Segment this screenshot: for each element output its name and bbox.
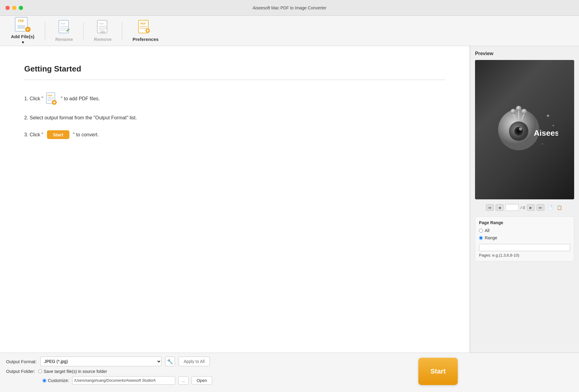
output-format-label: Output Format: <box>6 359 37 364</box>
step3-suffix: " to convert. <box>73 132 99 138</box>
divider <box>24 80 445 80</box>
preview-image: Aiseesoft ✦ ✦ ✦ <box>475 60 574 199</box>
range-label: Range <box>485 235 497 240</box>
svg-point-32 <box>510 109 516 114</box>
open-folder-button[interactable]: Open <box>192 376 212 385</box>
step-1: 1. Click " PDF " to add PDF files. <box>24 92 445 105</box>
svg-text:Aiseesoft: Aiseesoft <box>534 128 558 138</box>
step1-add-icon: PDF <box>46 92 59 105</box>
plus-badge-icon: + <box>25 27 31 32</box>
window-title: Aiseesoft Mac PDF to Image Converter <box>253 5 326 10</box>
copy-page-button[interactable]: 📄 <box>546 204 554 211</box>
page-range-title: Page Range <box>479 220 570 225</box>
rename-icon: PDF <box>56 20 72 35</box>
rename-button[interactable]: PDF Rename <box>51 17 78 44</box>
last-page-button[interactable]: ⏭ <box>537 204 544 211</box>
start-inline-button[interactable]: Start <box>47 130 69 139</box>
all-pages-option[interactable]: All <box>479 228 570 233</box>
save-source-option[interactable]: Save target file(s) in source folder <box>38 369 107 374</box>
range-input[interactable] <box>479 244 570 251</box>
preview-controls: ⏮ ◀ / 0 ▶ ⏭ 📄 📋 <box>475 202 574 213</box>
toolbar-divider-2 <box>83 22 84 40</box>
page-number-input[interactable] <box>505 204 519 211</box>
window-controls[interactable] <box>5 6 23 10</box>
output-format-row: Output Format: JPEG (*.jpg) PNG (*.png) … <box>6 357 573 366</box>
svg-text:✦: ✦ <box>541 143 544 145</box>
add-files-label: Add File(s) <box>11 34 35 39</box>
svg-point-33 <box>516 106 521 111</box>
step-3: 3. Click " Start " to convert. <box>24 130 445 139</box>
add-files-icon: + <box>15 17 31 33</box>
close-button[interactable] <box>5 6 10 10</box>
range-option[interactable]: Range <box>479 235 570 240</box>
all-pages-label: All <box>485 228 490 233</box>
page-range-section: Page Range All Range Pages: e.g.(1,3,6,8… <box>475 216 574 261</box>
save-source-radio[interactable] <box>38 369 42 373</box>
customize-option[interactable]: Customize: <box>42 378 69 383</box>
more-button[interactable]: ... <box>178 376 189 385</box>
title-bar: Aiseesoft Mac PDF to Image Converter <box>0 0 579 16</box>
preferences-button[interactable]: PDF Preferences <box>128 17 163 44</box>
apply-all-button[interactable]: Apply to All <box>179 357 210 366</box>
page-total: / 0 <box>520 205 525 210</box>
step1-text: 1. Click " <box>24 96 43 101</box>
svg-point-34 <box>521 109 527 114</box>
svg-text:✦: ✦ <box>546 113 550 118</box>
step1-suffix: " to add PDF files. <box>61 96 100 101</box>
output-format-select[interactable]: JPEG (*.jpg) PNG (*.png) BMP (*.bmp) TIF… <box>40 357 162 366</box>
customize-radio[interactable] <box>42 379 46 383</box>
main-layout: Getting Started 1. Click " PDF " to add … <box>0 46 579 353</box>
preferences-icon: PDF <box>138 20 153 35</box>
output-folder-row: Output Folder: Save target file(s) in so… <box>6 369 573 374</box>
remove-button[interactable]: PDF Remove <box>89 17 116 44</box>
next-page-button[interactable]: ▶ <box>527 204 535 211</box>
folder-path-input[interactable] <box>72 376 175 385</box>
output-folder-label: Output Folder: <box>6 369 35 374</box>
customize-folder-row: Customize: ... Open <box>6 376 573 385</box>
getting-started-title: Getting Started <box>24 64 445 74</box>
toolbar: + Add File(s) ▼ PDF Rename PDF <box>0 16 579 46</box>
step-2: 2. Select output format from the "Output… <box>24 115 445 121</box>
left-panel: Getting Started 1. Click " PDF " to add … <box>0 46 470 353</box>
toolbar-divider-3 <box>122 22 122 40</box>
dropdown-arrow-icon: ▼ <box>21 40 25 45</box>
first-page-button[interactable]: ⏮ <box>486 204 494 211</box>
prev-page-button[interactable]: ◀ <box>496 204 504 211</box>
svg-rect-11 <box>100 31 105 34</box>
svg-text:PDF: PDF <box>61 22 65 25</box>
step2-text: 2. Select output format from the "Output… <box>24 115 137 121</box>
step3-prefix: 3. Click " <box>24 132 43 138</box>
svg-text:PDF: PDF <box>48 94 52 97</box>
svg-text:PDF: PDF <box>99 22 104 25</box>
customize-label: Customize: <box>48 378 69 383</box>
svg-point-31 <box>519 128 522 131</box>
bottom-bar: Output Format: JPEG (*.jpg) PNG (*.png) … <box>0 353 579 392</box>
svg-text:PDF: PDF <box>140 22 146 25</box>
range-radio[interactable] <box>479 236 483 240</box>
right-panel: Preview <box>470 46 579 353</box>
preferences-label: Preferences <box>132 37 159 42</box>
remove-label: Remove <box>94 37 112 42</box>
save-source-label: Save target file(s) in source folder <box>44 369 107 374</box>
all-pages-radio[interactable] <box>479 229 483 233</box>
pages-hint: Pages: e.g.(1,3,6,8-10) <box>479 253 570 257</box>
export-page-button[interactable]: 📋 <box>556 204 563 211</box>
rename-label: Rename <box>55 37 73 42</box>
format-settings-button[interactable]: 🔧 <box>165 357 175 366</box>
minimize-button[interactable] <box>12 6 16 10</box>
svg-text:✦: ✦ <box>552 124 554 127</box>
aiseesoft-logo-svg: Aiseesoft ✦ ✦ ✦ <box>491 102 558 157</box>
toolbar-divider-1 <box>45 22 45 40</box>
remove-icon: PDF <box>95 20 111 35</box>
start-button[interactable]: Start <box>418 358 458 385</box>
preview-title: Preview <box>475 51 574 56</box>
maximize-button[interactable] <box>19 6 23 10</box>
add-files-button[interactable]: + Add File(s) ▼ <box>6 15 39 47</box>
